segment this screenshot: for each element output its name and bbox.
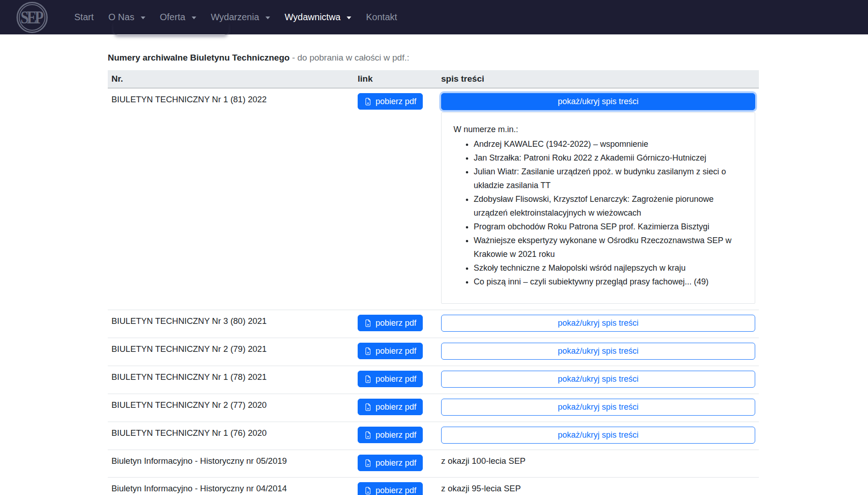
table-row: BIULETYN TECHNICZNY Nr 1 (81) 2022 pobie… [108,88,759,310]
bulletin-title: BIULETYN TECHNICZNY Nr 1 (76) 2020 [108,422,354,450]
pdf-file-icon [364,403,372,411]
table-row: BIULETYN TECHNICZNY Nr 2 (77) 2020 pobie… [108,394,759,422]
nav-item-oferta[interactable]: Oferta [153,7,204,27]
chevron-down-icon [347,17,351,19]
bulletin-title: BIULETYN TECHNICZNY Nr 3 (80) 2021 [108,310,354,338]
nav-menu: Start O Nas Oferta Wydarzenia Wydawnictw… [67,7,404,27]
bulletin-title: BIULETYN TECHNICZNY Nr 2 (79) 2021 [108,338,354,366]
bulletin-title: BIULETYN TECHNICZNY Nr 1 (78) 2021 [108,366,354,394]
sep-logo[interactable]: SEP [17,2,48,33]
toc-item: Zdobysław Flisowski, Krzysztof Lenarczyk… [474,192,743,220]
bulletin-title: BIULETYN TECHNICZNY Nr 2 (77) 2020 [108,394,354,422]
nav-item-start-label: Start [74,12,94,22]
toc-item: Ważniejsze ekspertyzy wykonane w Ośrodku… [474,234,743,261]
toggle-toc-button[interactable]: pokaż/ukryj spis treści [441,343,755,360]
pdf-file-icon [364,319,372,327]
download-pdf-label: pobierz pdf [376,319,416,327]
toggle-toc-button[interactable]: pokaż/ukryj spis treści [441,399,755,416]
table-row: Biuletyn Informacyjno - Historyczny nr 0… [108,450,759,478]
nav-item-wydawnictwa-label: Wydawnictwa [285,12,341,22]
nav-item-o-nas[interactable]: O Nas [101,7,152,27]
download-pdf-button[interactable]: pobierz pdf [358,343,423,359]
toc-intro: W numerze m.in.: [453,125,743,134]
pdf-file-icon [364,375,372,383]
bulletin-title: Biuletyn Informacyjno - Historyczny nr 0… [108,478,354,495]
main-content: Numery archiwalne Biuletynu Technicznego… [0,34,868,495]
nav-item-kontakt-label: Kontakt [366,12,397,22]
download-pdf-label: pobierz pdf [376,347,416,355]
toc-item: Program obchodów Roku Patrona SEP prof. … [474,220,743,234]
download-pdf-button[interactable]: pobierz pdf [358,93,423,110]
toc-panel: W numerze m.in.: Andrzej KAWALEC (1942-2… [441,112,755,304]
table-row: BIULETYN TECHNICZNY Nr 1 (78) 2021 pobie… [108,366,759,394]
occasion-note: z okazji 100-lecia SEP [437,450,759,478]
table-row: Biuletyn Informacyjno - Historyczny nr 0… [108,478,759,495]
table-row: BIULETYN TECHNICZNY Nr 2 (79) 2021 pobie… [108,338,759,366]
pdf-file-icon [364,98,372,106]
chevron-down-icon [265,17,270,19]
table-row: BIULETYN TECHNICZNY Nr 3 (80) 2021 pobie… [108,310,759,338]
download-pdf-label: pobierz pdf [376,403,416,411]
toggle-toc-button[interactable]: pokaż/ukryj spis treści [441,93,755,110]
nav-item-wydawnictwa[interactable]: Wydawnictwa [277,7,359,27]
toc-item: Julian Wiatr: Zasilanie urządzeń ppoż. w… [474,165,743,192]
bulletin-title: Biuletyn Informacyjno - Historyczny nr 0… [108,450,354,478]
column-header-nr: Nr. [108,70,354,88]
download-pdf-label: pobierz pdf [376,431,416,439]
chevron-down-icon [192,17,196,19]
pdf-file-icon [364,487,372,495]
download-pdf-button[interactable]: pobierz pdf [358,371,423,387]
toc-item: Andrzej KAWALEC (1942-2022) – wspomnieni… [474,137,743,151]
table-header-row: Nr. link spis treści [108,70,759,88]
column-header-spis-tresci: spis treści [437,70,759,88]
download-pdf-button[interactable]: pobierz pdf [358,482,423,495]
pdf-file-icon [364,431,372,439]
page-title-muted: - do pobrania w całości w pdf.: [290,53,409,62]
page-title-bold: Numery archiwalne Biuletynu Technicznego [108,53,290,62]
download-pdf-label: pobierz pdf [376,97,416,106]
download-pdf-button[interactable]: pobierz pdf [358,399,423,415]
download-pdf-button[interactable]: pobierz pdf [358,455,423,471]
nav-item-start[interactable]: Start [67,7,101,27]
page-title: Numery archiwalne Biuletynu Technicznego… [108,53,868,63]
download-pdf-label: pobierz pdf [376,375,416,383]
sep-logo-text: SEP [21,6,44,28]
download-pdf-button[interactable]: pobierz pdf [358,315,423,331]
pdf-file-icon [364,459,372,467]
toggle-toc-button[interactable]: pokaż/ukryj spis treści [441,315,755,332]
nav-item-o-nas-label: O Nas [108,12,134,22]
nav-item-wydarzenia[interactable]: Wydarzenia [204,7,277,27]
toc-item: Szkoły techniczne z Małopolski wśród naj… [474,261,743,275]
download-pdf-label: pobierz pdf [376,459,416,467]
archive-table: Nr. link spis treści BIULETYN TECHNICZNY… [108,70,759,495]
toc-list: Andrzej KAWALEC (1942-2022) – wspomnieni… [453,137,743,289]
nav-item-oferta-label: Oferta [160,12,186,22]
table-row: BIULETYN TECHNICZNY Nr 1 (76) 2020 pobie… [108,422,759,450]
toc-item: Jan Strzałka: Patroni Roku 2022 z Akadem… [474,151,743,165]
chevron-down-icon [141,17,145,19]
bulletin-title: BIULETYN TECHNICZNY Nr 1 (81) 2022 [108,88,354,310]
toggle-toc-button[interactable]: pokaż/ukryj spis treści [441,371,755,388]
occasion-note: z okazji 95-lecia SEP [437,478,759,495]
nav-item-wydarzenia-label: Wydarzenia [211,12,259,22]
pdf-file-icon [364,347,372,355]
download-pdf-label: pobierz pdf [376,486,416,495]
toc-item: Co piszą inni – czyli subiektywny przegl… [474,275,743,289]
nav-item-kontakt[interactable]: Kontakt [359,7,404,27]
column-header-link: link [354,70,437,88]
top-navbar: SEP Start O Nas Oferta Wydarzenia Wydawn… [0,0,868,34]
toggle-toc-button[interactable]: pokaż/ukryj spis treści [441,427,755,444]
download-pdf-button[interactable]: pobierz pdf [358,427,423,443]
